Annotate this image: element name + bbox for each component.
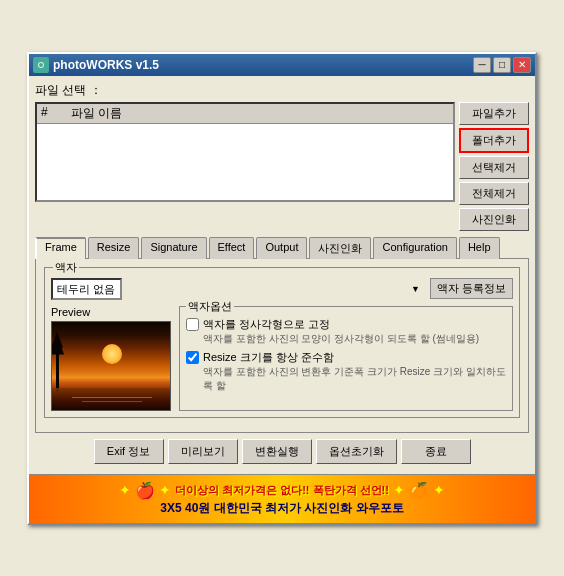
titlebar-left: photoWORKS v1.5 [33, 57, 159, 73]
star-icon-3: ✦ [393, 482, 405, 498]
frame-select[interactable]: 테두리 없음 [51, 278, 122, 300]
exif-button[interactable]: Exif 정보 [94, 439, 164, 464]
close-app-button[interactable]: 종료 [401, 439, 471, 464]
tabs: Frame Resize Signature Effect Output 사진인… [35, 237, 529, 259]
close-button[interactable]: ✕ [513, 57, 531, 73]
file-table-body[interactable] [37, 124, 453, 202]
checkbox1-row: 액자를 정사각형으로 고정 액자를 포함한 사진의 모양이 정사각형이 되도록 … [186, 317, 506, 346]
maximize-button[interactable]: □ [493, 57, 511, 73]
preview-label: Preview [51, 306, 171, 318]
file-select-label: 파일 선택 ： [35, 82, 529, 99]
main-window: photoWORKS v1.5 ─ □ ✕ 파일 선택 ： # 파일 이름 파일… [27, 52, 537, 525]
ad-banner[interactable]: ✦ 🍎 ✦ 더이상의 최저가격은 없다!! 폭탄가격 선언!! ✦ 🍊 ✦ 3X… [29, 474, 535, 523]
add-file-button[interactable]: 파일추가 [459, 102, 529, 125]
fruit-icon-2: 🍊 [409, 481, 429, 500]
checkbox1-input[interactable] [186, 318, 199, 331]
frame-section: 액자 테두리 없음 액자 등록정보 Pr [44, 267, 520, 418]
bottom-buttons: Exif 정보 미리보기 변환실행 옵션초기화 종료 [35, 433, 529, 468]
file-section: # 파일 이름 파일추가 폴더추가 선택제거 전체제거 사진인화 [35, 102, 529, 231]
star-icon-1: ✦ [119, 482, 131, 498]
checkbox1-label: 액자를 정사각형으로 고정 [203, 317, 479, 331]
fruit-icon-1: 🍎 [135, 481, 155, 500]
options-title: 액자옵션 [186, 299, 234, 314]
reset-button[interactable]: 옵션초기화 [316, 439, 397, 464]
tab-effect[interactable]: Effect [209, 237, 255, 259]
tab-config[interactable]: Configuration [373, 237, 456, 259]
ad-text-line1: 더이상의 최저가격은 없다!! 폭탄가격 선언!! [175, 483, 389, 498]
remove-selected-button[interactable]: 선택제거 [459, 156, 529, 179]
ad-text-line2: 3X5 40원 대한민국 최저가 사진인화 와우포토 [160, 500, 403, 517]
checkbox2-text: Resize 크기를 항상 준수함 액자를 포함한 사진의 변환후 기준폭 크기… [203, 350, 506, 393]
checkbox2-sub: 액자를 포함한 사진의 변환후 기준폭 크기가 Resize 크기와 일치하도록… [203, 365, 506, 393]
frame-select-wrapper[interactable]: 테두리 없음 [51, 278, 424, 300]
preview-options-row: Preview [51, 306, 513, 411]
tab-help[interactable]: Help [459, 237, 500, 259]
tab-resize[interactable]: Resize [88, 237, 140, 259]
minimize-button[interactable]: ─ [473, 57, 491, 73]
sun-graphic [102, 344, 122, 364]
file-buttons: 파일추가 폴더추가 선택제거 전체제거 사진인화 [459, 102, 529, 231]
tab-output[interactable]: Output [256, 237, 307, 259]
preview-button[interactable]: 미리보기 [168, 439, 238, 464]
checkbox2-input[interactable] [186, 351, 199, 364]
tab-signature[interactable]: Signature [141, 237, 206, 259]
svg-point-2 [39, 63, 43, 67]
col-name-header: 파일 이름 [71, 105, 449, 122]
preview-image [51, 321, 171, 411]
file-table-header: # 파일 이름 [37, 104, 453, 124]
file-table: # 파일 이름 [35, 102, 455, 202]
convert-button[interactable]: 변환실행 [242, 439, 312, 464]
ad-row2: 3X5 40원 대한민국 최저가 사진인화 와우포토 [35, 500, 529, 517]
tab-frame[interactable]: Frame [35, 237, 86, 259]
tab-content: 액자 테두리 없음 액자 등록정보 Pr [35, 258, 529, 433]
preview-area: Preview [51, 306, 171, 411]
star-icon-2: ✦ [159, 482, 171, 498]
print-photo-button[interactable]: 사진인화 [459, 208, 529, 231]
ad-row1: ✦ 🍎 ✦ 더이상의 최저가격은 없다!! 폭탄가격 선언!! ✦ 🍊 ✦ [35, 481, 529, 500]
titlebar-buttons: ─ □ ✕ [473, 57, 531, 73]
register-button[interactable]: 액자 등록정보 [430, 278, 513, 299]
checkbox1-text: 액자를 정사각형으로 고정 액자를 포함한 사진의 모양이 정사각형이 되도록 … [203, 317, 479, 346]
options-area: 액자옵션 액자를 정사각형으로 고정 액자를 포함한 사진의 모양이 정사각형이… [179, 306, 513, 411]
checkbox1-sub: 액자를 포함한 사진의 모양이 정사각형이 되도록 할 (썸네일용) [203, 332, 479, 346]
titlebar: photoWORKS v1.5 ─ □ ✕ [29, 54, 535, 76]
star-icon-4: ✦ [433, 482, 445, 498]
tabs-container: Frame Resize Signature Effect Output 사진인… [35, 237, 529, 433]
checkbox2-row: Resize 크기를 항상 준수함 액자를 포함한 사진의 변환후 기준폭 크기… [186, 350, 506, 393]
checkbox2-label: Resize 크기를 항상 준수함 [203, 350, 506, 364]
frame-section-title: 액자 [53, 260, 79, 275]
add-folder-button[interactable]: 폴더추가 [459, 128, 529, 153]
window-title: photoWORKS v1.5 [53, 58, 159, 72]
tab-print[interactable]: 사진인화 [309, 237, 371, 259]
col-num-header: # [41, 105, 71, 122]
remove-all-button[interactable]: 전체제거 [459, 182, 529, 205]
app-icon [33, 57, 49, 73]
frame-dropdown-row: 테두리 없음 액자 등록정보 [51, 278, 513, 300]
main-content: 파일 선택 ： # 파일 이름 파일추가 폴더추가 선택제거 전체제거 사진인화… [29, 76, 535, 474]
